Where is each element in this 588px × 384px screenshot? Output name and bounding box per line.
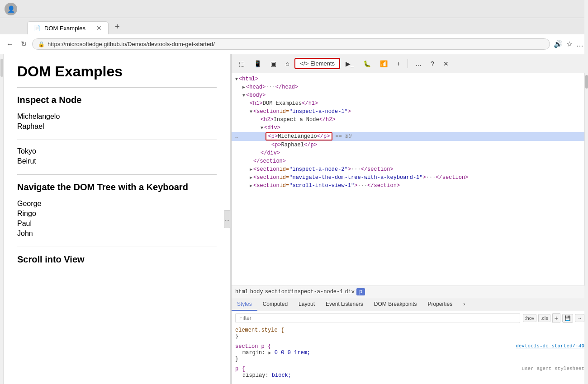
s2-expand[interactable]: ▶ [250,167,252,172]
bc-html[interactable]: html [235,289,248,295]
close-devtools-button[interactable]: ✕ [440,58,452,69]
s3-close-tag: </section> [436,174,468,181]
s1-attr-name: id= [280,108,289,115]
home-button[interactable]: ⌂ [282,58,293,69]
selected-node-box: <p> Michelangelo </p> [266,132,333,140]
title-bar: 👤 [0,0,588,18]
dom-line-html[interactable]: ▼ <html> [232,75,588,83]
dom-line-h2[interactable]: <h2> Inspect a Node </h2> [232,116,588,124]
cls-button[interactable]: .cls [538,314,550,322]
s1-expand[interactable]: ▼ [250,109,252,114]
snapshot-button[interactable]: 💾 [562,314,573,323]
styles-content: element.style { } devtools-do…started/:4… [232,325,588,384]
head-ellipsis: ··· [266,84,275,90]
help-button[interactable]: ? [427,58,438,69]
page-content: DOM Examples Inspect a Node Michelangelo… [0,54,231,384]
back-button[interactable]: ← [5,38,15,50]
michelangelo-text: Michelangelo [17,112,217,121]
h1-text: DOM Examples [263,100,302,107]
s2-close-tag: </section> [361,166,394,173]
divider-1 [17,87,217,88]
s3-expand[interactable]: ▶ [250,175,252,180]
element-style-brace: } [235,333,238,340]
more-tools-button[interactable]: + [393,58,404,69]
styles-tab-dom-breakpoints[interactable]: DOM Breakpoints [369,298,422,311]
dom-line-section3[interactable]: ▶ <section id= "navigate-the-dom-tree-wi… [232,173,588,182]
bc-p-active[interactable]: p [356,288,365,295]
styles-tab-event-listeners[interactable]: Event Listeners [320,298,369,311]
dom-line-div[interactable]: ▼ <div> [232,124,588,132]
margin-value: 0 0 0 1rem; [275,350,310,356]
more-actions-button[interactable]: … [576,40,583,48]
devtools-bottom: Styles Computed Layout Event Listeners D… [232,298,588,384]
styles-filter-bar: :hov .cls + 💾 → [232,311,588,325]
elements-scrollbar[interactable] [584,73,588,286]
read-aloud-button[interactable]: 🔊 [554,40,563,48]
dom-line-p-michelangelo[interactable]: … <p> Michelangelo </p> == $0 [232,132,588,141]
dom-line-p-raphael[interactable]: <p> Raphael </p> [232,141,588,149]
elements-tab-label: </> Elements [300,60,335,67]
dom-line-h1[interactable]: <h1> DOM Examples </h1> [232,99,588,108]
dom-line-head[interactable]: ▶ <head> ··· </head> [232,83,588,91]
device-emulation-button[interactable]: 📱 [250,58,265,69]
dom-line-div-close[interactable]: </div> [232,149,588,157]
h2-tag: <h2> [261,117,274,123]
s4-expand[interactable]: ▶ [250,183,252,188]
bc-div[interactable]: div [345,289,355,295]
debug-button[interactable]: 🐛 [360,58,375,69]
elements-panel[interactable]: ▼ <html> ▶ <head> ··· </head> ▼ <body> <… [232,73,588,286]
address-bar[interactable]: 🔒 https://microsoftedge.github.io/Demos/… [32,38,550,50]
body-expand[interactable]: ▼ [242,93,245,98]
s2-close-brkt: > [348,166,351,173]
dom-line-body[interactable]: ▼ <body> [232,91,588,99]
tab-icon: 📄 [34,25,41,31]
p-display-line: display: block; [235,372,584,379]
console-button[interactable]: ▶_ [342,58,358,69]
browser-tab[interactable]: 📄 DOM Examples ✕ [27,21,109,34]
tab-close-button[interactable]: ✕ [96,24,102,32]
div-expand[interactable]: ▼ [261,126,263,131]
s2-ellipsis: ··· [351,166,361,173]
styles-tab-layout[interactable]: Layout [293,298,320,311]
new-tab-button[interactable]: + [109,19,126,34]
line-prefix-dots: … [235,134,238,139]
more-options-button[interactable]: … [412,58,425,69]
styles-tab-properties[interactable]: Properties [422,298,458,311]
section-navigate: Navigate the DOM Tree with a Keyboard Ge… [17,182,217,238]
element-style-closing: } [235,333,584,340]
s3-attr-val: "navigate-the-dom-tree-with-a-keyboard-1… [289,174,422,181]
h1-tag: <h1> [250,100,263,107]
styles-tab-styles[interactable]: Styles [232,298,257,311]
p1-open: <p> [268,133,278,140]
margin-triangle[interactable]: ▶ [269,351,271,356]
refresh-button[interactable]: ↻ [19,38,28,50]
dom-line-section2[interactable]: ▶ <section id= "inspect-a-node-2" > ··· … [232,165,588,173]
styles-tab-more[interactable]: › [458,298,470,311]
split-pane-button[interactable]: ▣ [267,58,280,69]
s3-tag: <section [253,174,280,181]
add-style-button[interactable]: + [552,313,560,323]
hov-button[interactable]: :hov [523,314,537,322]
dom-line-section4[interactable]: ▶ <section id= "scroll-into-view-1" > ··… [232,182,588,190]
div-close-tag: </div> [261,150,280,156]
elements-scroll-thumb [585,75,588,89]
favorites-button[interactable]: ☆ [566,40,573,48]
panel-toggle-button[interactable]: … [224,210,230,228]
bc-section[interactable]: section#inspect-a-node-1 [265,289,343,295]
dom-line-section1-close[interactable]: </section> [232,157,588,165]
raphael-text: Raphael [17,122,217,131]
styles-filter-input[interactable] [235,313,520,323]
computed-button[interactable]: → [575,314,584,322]
html-expand[interactable]: ▼ [235,77,238,82]
inspect-element-button[interactable]: ⬚ [235,58,248,69]
dom-line-section1[interactable]: ▼ <section id= "inspect-a-node-1" > [232,108,588,116]
styles-tab-computed[interactable]: Computed [257,298,293,311]
head-expand[interactable]: ▶ [242,84,245,90]
s4-close-brkt: > [354,183,357,189]
section-p-source[interactable]: devtools-do…started/:49 [516,343,584,349]
elements-tab-button[interactable]: </> Elements [294,58,340,69]
p1-close: </p> [317,133,330,140]
element-style-selector: element.style { [235,327,584,333]
bc-body[interactable]: body [250,289,263,295]
network-button[interactable]: 📶 [376,58,391,69]
